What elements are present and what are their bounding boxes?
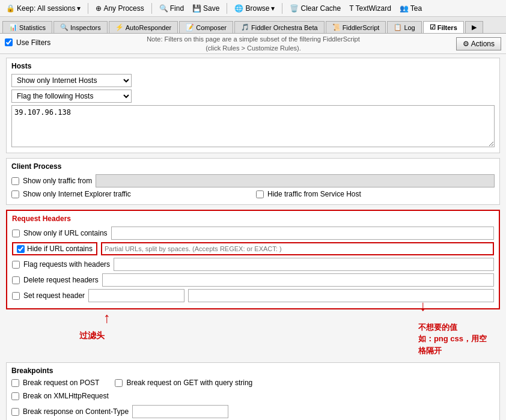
- textwizard-icon: T: [349, 4, 353, 13]
- break-get-label[interactable]: Break request on GET with query string: [126, 379, 252, 387]
- show-url-contains-input[interactable]: [111, 227, 494, 240]
- delete-headers-label[interactable]: Delete request headers: [23, 276, 99, 284]
- hide-service-checkbox[interactable]: [256, 190, 264, 198]
- client-process-checkboxes: Show only Internet Explorer traffic Hide…: [11, 190, 495, 201]
- tab-autoresponder[interactable]: ⚡ AutoResponder: [109, 21, 178, 33]
- set-header-checkbox[interactable]: [12, 292, 20, 300]
- show-only-traffic-checkbox[interactable]: [11, 177, 19, 185]
- show-url-contains-row: Show only if URL contains: [12, 227, 494, 240]
- hide-service-host-row: Hide traffic from Service Host: [256, 190, 495, 198]
- flag-requests-row: Flag requests with headers: [12, 258, 494, 271]
- break-response-input[interactable]: [132, 405, 228, 418]
- tab-inspectors[interactable]: 🔍 Inspectors: [53, 21, 108, 33]
- breakpoints-title: Breakpoints: [11, 367, 495, 375]
- hosts-dropdown2[interactable]: Flag the following Hosts No flags Flag o…: [11, 90, 132, 103]
- clear-cache-button[interactable]: 🗑️ Clear Cache: [287, 3, 343, 14]
- sep2: [151, 3, 152, 14]
- fiddler-orchestra-icon: 🎵: [241, 23, 249, 31]
- team-button[interactable]: 👥 Tea: [397, 3, 424, 14]
- show-ie-traffic-row: Show only Internet Explorer traffic: [11, 190, 250, 198]
- flag-requests-input[interactable]: [114, 258, 494, 271]
- statistics-icon: 📊: [9, 23, 17, 31]
- breakpoints-row2: Break on XMLHttpRequest: [11, 392, 495, 403]
- main-content: Hosts Show only Internet Hosts Show All …: [0, 54, 506, 420]
- request-headers-section: Request Headers Show only if URL contain…: [6, 210, 500, 309]
- show-only-traffic-label[interactable]: Show only traffic from: [23, 177, 92, 185]
- inspectors-icon: 🔍: [60, 23, 69, 31]
- any-process[interactable]: ⊕ Any Process: [93, 3, 146, 14]
- hosts-title: Hosts: [11, 62, 495, 70]
- textwizard-button[interactable]: T TextWizard: [347, 3, 394, 14]
- break-xml-checkbox[interactable]: [11, 392, 19, 400]
- log-icon: 📋: [394, 23, 402, 31]
- hosts-section: Hosts Show only Internet Hosts Show All …: [6, 58, 500, 153]
- filter-note: Note: Filters on this page are a simple …: [55, 35, 451, 52]
- tab-statistics[interactable]: 📊 Statistics: [2, 21, 52, 33]
- tab-composer[interactable]: 📝 Composer: [179, 21, 233, 33]
- composer-icon: 📝: [186, 23, 194, 31]
- flag-requests-checkbox[interactable]: [12, 261, 20, 269]
- delete-headers-checkbox[interactable]: [12, 276, 20, 284]
- hide-url-contains-checkbox[interactable]: [17, 245, 25, 253]
- show-ie-label[interactable]: Show only Internet Explorer traffic: [23, 190, 131, 198]
- save-button[interactable]: 💾 Save: [190, 3, 222, 14]
- sep1: [88, 3, 88, 14]
- top-toolbar: 🔒 Keep: All sessions ▾ ⊕ Any Process 🔍 F…: [0, 0, 506, 17]
- show-only-traffic-input[interactable]: [96, 174, 495, 187]
- show-url-contains-label[interactable]: Show only if URL contains: [23, 229, 108, 237]
- hosts-dropdown1-row: Show only Internet Hosts Show All Hide o…: [11, 74, 495, 87]
- break-xml-row: Break on XMLHttpRequest: [11, 392, 109, 400]
- hosts-dropdown1[interactable]: Show only Internet Hosts Show All Hide o…: [11, 74, 132, 87]
- clear-cache-icon: 🗑️: [290, 4, 299, 13]
- process-icon: ⊕: [96, 4, 102, 13]
- tab-bar: 📊 Statistics 🔍 Inspectors ⚡ AutoResponde…: [0, 17, 506, 34]
- delete-headers-row: Delete request headers: [12, 273, 494, 287]
- sep3: [227, 3, 227, 14]
- tab-extra[interactable]: ▶: [465, 21, 483, 33]
- set-header-value-input[interactable]: [188, 289, 494, 302]
- tab-filters[interactable]: ☑ Filters: [423, 21, 464, 33]
- show-url-contains-checkbox[interactable]: [12, 230, 20, 237]
- team-icon: 👥: [400, 4, 409, 13]
- break-get-row: Break request on GET with query string: [115, 379, 252, 387]
- set-header-name-input[interactable]: [88, 289, 184, 302]
- hide-url-contains-input[interactable]: [101, 242, 494, 255]
- hosts-textarea[interactable]: 39.107.96.138: [11, 105, 495, 147]
- breakpoints-row3: Break response on Content-Type: [11, 405, 495, 420]
- tab-fiddler-orchestra[interactable]: 🎵 Fiddler Orchestra Beta: [234, 21, 325, 33]
- hide-url-checkbox-area: Hide if URL contains: [12, 242, 97, 255]
- browse-dropdown-icon: ▾: [271, 4, 275, 13]
- request-headers-title: Request Headers: [12, 215, 494, 223]
- save-icon: 💾: [192, 4, 201, 13]
- find-button[interactable]: 🔍 Find: [157, 3, 186, 14]
- annotation-spacer: [6, 314, 500, 362]
- hide-url-contains-label[interactable]: Hide if URL contains: [27, 245, 93, 253]
- actions-button[interactable]: ⚙ Actions: [456, 37, 501, 50]
- break-post-label[interactable]: Break request on POST: [23, 379, 99, 387]
- break-post-checkbox[interactable]: [11, 379, 19, 387]
- flag-requests-label[interactable]: Flag requests with headers: [23, 260, 110, 269]
- set-header-label[interactable]: Set request header: [23, 291, 85, 300]
- hide-service-label[interactable]: Hide traffic from Service Host: [267, 190, 361, 198]
- breakpoints-row1: Break request on POST Break request on G…: [11, 379, 495, 389]
- use-filters-label[interactable]: Use Filters: [16, 38, 50, 47]
- break-response-checkbox[interactable]: [11, 408, 19, 416]
- use-filters-checkbox[interactable]: [5, 38, 13, 46]
- filter-bar: Use Filters Note: Filters on this page a…: [0, 34, 506, 54]
- break-get-checkbox[interactable]: [115, 379, 123, 387]
- fiddlerscript-icon: 📜: [332, 23, 341, 31]
- hide-url-contains-row: Hide if URL contains: [12, 242, 494, 255]
- tab-log[interactable]: 📋 Log: [387, 21, 421, 33]
- tab-fiddlerscript[interactable]: 📜 FiddlerScript: [326, 21, 386, 33]
- breakpoints-section: Breakpoints Break request on POST Break …: [6, 362, 500, 420]
- break-xml-label[interactable]: Break on XMLHttpRequest: [23, 392, 109, 400]
- show-ie-checkbox[interactable]: [11, 190, 19, 198]
- use-filters-row: Use Filters: [5, 38, 50, 47]
- browse-icon: 🌐: [234, 4, 243, 13]
- extra-icon: ▶: [472, 23, 477, 31]
- break-response-label[interactable]: Break response on Content-Type: [23, 407, 129, 416]
- browse-button[interactable]: 🌐 Browse ▾: [232, 3, 277, 14]
- keep-sessions[interactable]: 🔒 Keep: All sessions ▾: [4, 3, 83, 14]
- sep4: [282, 3, 282, 14]
- delete-headers-input[interactable]: [102, 273, 494, 287]
